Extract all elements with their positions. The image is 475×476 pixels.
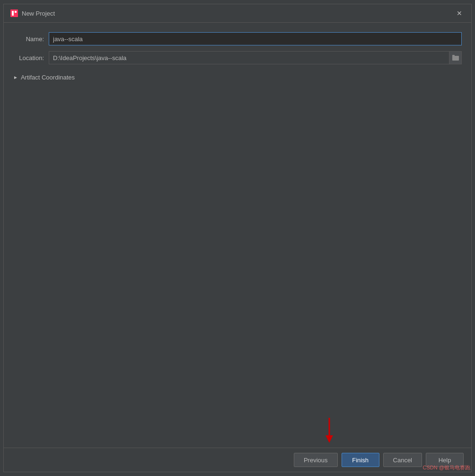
cancel-button[interactable]: Cancel (383, 453, 422, 467)
dialog-body: Name: Location: (4, 23, 471, 448)
location-input[interactable] (49, 52, 449, 64)
dialog-title: New Project (22, 10, 55, 17)
location-row: Location: (13, 51, 462, 64)
title-bar-left: New Project (10, 9, 55, 17)
chevron-right-icon: ► (13, 75, 18, 80)
close-button[interactable]: ✕ (454, 8, 465, 18)
svg-rect-1 (12, 11, 14, 16)
new-project-dialog: New Project ✕ Name: Location: (3, 4, 472, 472)
intellij-icon (10, 9, 18, 17)
location-input-wrapper (49, 51, 462, 64)
name-row: Name: (13, 32, 462, 45)
artifact-label: Artifact Coordinates (21, 74, 75, 81)
svg-rect-0 (10, 9, 18, 17)
artifact-section: ► Artifact Coordinates (13, 72, 462, 83)
csdn-watermark: CSDN @银马电赛跑 (423, 464, 470, 471)
location-label: Location: (13, 54, 49, 62)
name-label: Name: (13, 35, 49, 43)
artifact-coordinates-toggle[interactable]: ► Artifact Coordinates (13, 72, 462, 83)
svg-rect-2 (15, 11, 17, 13)
title-bar: New Project ✕ (4, 4, 471, 23)
dialog-overlay: New Project ✕ Name: Location: (0, 0, 475, 476)
previous-button[interactable]: Previous (294, 453, 338, 467)
finish-button[interactable]: Finish (342, 453, 379, 467)
svg-rect-4 (452, 55, 455, 56)
location-browse-button[interactable] (449, 52, 461, 64)
svg-rect-3 (452, 56, 459, 61)
name-input[interactable] (49, 32, 462, 45)
dialog-footer: Previous Finish Cancel Help (4, 448, 471, 472)
